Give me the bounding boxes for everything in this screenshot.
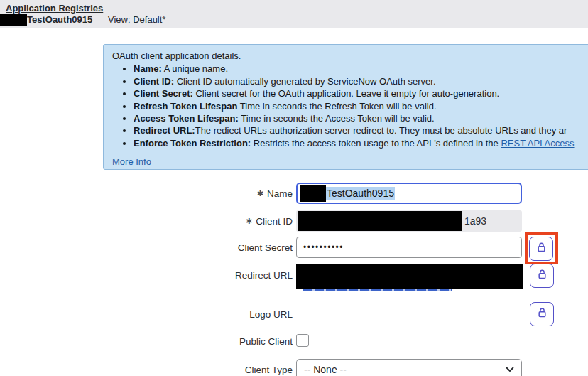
- record-name: TestOauth0915: [27, 14, 92, 25]
- info-bullet-client-id: Client ID: Client ID automatically gener…: [134, 75, 588, 87]
- public-client-checkbox[interactable]: [296, 334, 309, 347]
- info-intro: OAuth client application details.: [112, 50, 588, 62]
- breadcrumb-application-registries[interactable]: Application Registries: [6, 3, 103, 14]
- redaction-client-id: [298, 211, 462, 231]
- mandatory-icon: ✱: [246, 217, 252, 225]
- lock-icon: [537, 269, 548, 283]
- client-secret-masked-value: ••••••••••: [303, 242, 344, 252]
- lock-icon: [537, 307, 548, 321]
- redirect-url-link-remnant-dashes: [303, 289, 452, 291]
- more-info-link[interactable]: More Info: [112, 156, 151, 168]
- redaction-redirect-url: [296, 264, 523, 289]
- oauth-info-box: OAuth client application details. Name: …: [103, 44, 588, 170]
- header-bar: Application Registries TestOauth0915 Vie…: [0, 0, 588, 28]
- name-field-label: ✱Name: [107, 188, 293, 199]
- logo-url-lock-button[interactable]: [530, 302, 554, 326]
- redirect-url-lock-button[interactable]: [530, 264, 554, 288]
- client-secret-lock-button[interactable]: [529, 237, 553, 261]
- logo-url-field-label: Logo URL: [107, 309, 293, 320]
- client-secret-field-label: Client Secret: [107, 242, 293, 253]
- info-bullet-name: Name: A unique name.: [134, 63, 588, 75]
- public-client-field-label: Public Client: [107, 336, 293, 347]
- client-secret-input[interactable]: ••••••••••: [296, 237, 522, 258]
- redaction-name-prefix: [300, 185, 326, 202]
- client-id-visible-suffix: 1a93: [464, 215, 486, 227]
- redaction-record-prefix: [0, 14, 27, 26]
- rest-api-access-link[interactable]: REST API Access: [501, 138, 574, 149]
- info-bullet-token-restriction: Enforce Token Restriction: Restricts the…: [134, 137, 588, 149]
- info-bullet-redirect-url: Redirect URL:The rediect URLs authorizat…: [134, 124, 588, 136]
- mandatory-icon: ✱: [257, 189, 263, 198]
- name-input-selected-text: TestOauth0915: [326, 187, 395, 200]
- name-input[interactable]: TestOauth0915: [296, 183, 522, 204]
- info-bullet-refresh-token: Refresh Token Lifespan Time in seconds t…: [134, 100, 588, 112]
- client-id-field-label: ✱Client ID: [107, 216, 293, 227]
- chevron-down-icon: [506, 367, 514, 372]
- redirect-url-field-label: Redirect URL: [107, 270, 293, 281]
- client-type-selected-option: -- None --: [304, 364, 506, 375]
- client-id-readonly-field: 1a93: [296, 210, 522, 232]
- client-type-select[interactable]: -- None --: [296, 359, 522, 376]
- info-bullet-client-secret: Client Secret: Client secret for the OAu…: [134, 87, 588, 100]
- redirect-url-link-remnant: [303, 288, 452, 291]
- lock-icon: [536, 242, 547, 256]
- view-label: View: Default*: [108, 14, 165, 25]
- info-bullet-access-token: Access Token Lifespan: Time in seconds t…: [134, 112, 588, 124]
- info-bullet-list: Name: A unique name. Client ID: Client I…: [112, 63, 588, 149]
- client-type-field-label: Client Type: [107, 365, 293, 375]
